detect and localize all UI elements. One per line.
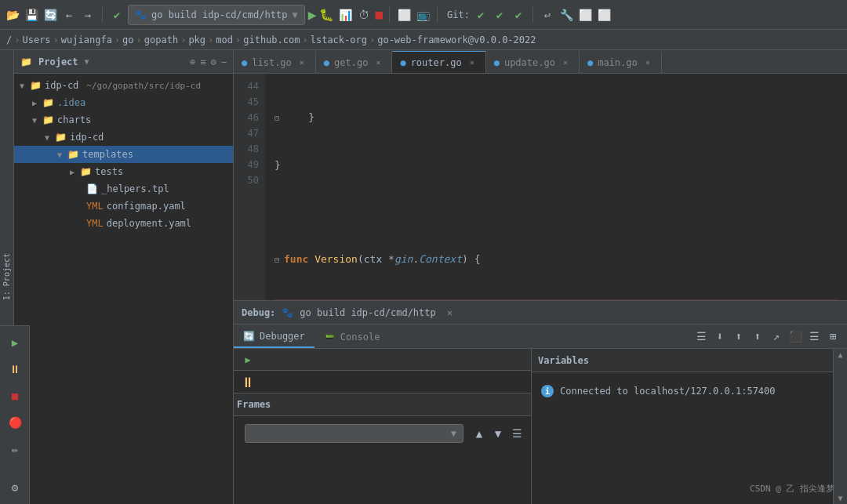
tab-list-label: list.go bbox=[252, 57, 292, 68]
tree-item-configmap[interactable]: YML configmap.yaml bbox=[14, 198, 233, 215]
tab-main[interactable]: ● main.go ✕ bbox=[580, 51, 662, 73]
collapse-icon[interactable]: ≡ bbox=[200, 56, 205, 67]
variables-label: Variables bbox=[538, 355, 589, 366]
bc-go[interactable]: go bbox=[122, 34, 133, 45]
minimize-icon[interactable]: − bbox=[221, 56, 227, 67]
debug-tool-step-into-icon[interactable]: ⬆ bbox=[731, 328, 747, 344]
frame-list-icon[interactable]: ☰ bbox=[509, 426, 525, 441]
debug-button[interactable]: 🐛 bbox=[319, 8, 334, 22]
undo-icon[interactable]: ✔ bbox=[109, 7, 125, 23]
debug-tab-debugger[interactable]: 🔄 Debugger bbox=[234, 326, 314, 348]
debug-tabs: 🔄 Debugger 📟 Console bbox=[234, 325, 687, 348]
tab-update-close[interactable]: ✕ bbox=[560, 57, 571, 68]
locate-icon[interactable]: ⊕ bbox=[190, 56, 195, 67]
tree-item-tests[interactable]: ▶ 📁 tests bbox=[14, 163, 233, 180]
code-line-44: ⊟ } bbox=[274, 110, 838, 126]
debug-tool-mute-icon[interactable]: ☰ bbox=[806, 328, 822, 344]
tree-item-idea[interactable]: ▶ 📁 .idea bbox=[14, 94, 233, 111]
run-config-dropdown[interactable]: 🐾 go build idp-cd/cmd/http ▼ bbox=[128, 5, 305, 25]
project-tree: ▼ 📁 idp-cd ~/go/gopath/src/idp-cd ▶ 📁 .i… bbox=[14, 74, 233, 504]
debug-tab-console[interactable]: 📟 Console bbox=[314, 326, 390, 348]
bc-github[interactable]: github.com bbox=[243, 34, 300, 45]
tree-item-idpcd[interactable]: ▼ 📁 idp-cd bbox=[14, 129, 233, 146]
code-line-47: ⊟func Version(ctx *gin.Context) { bbox=[274, 252, 838, 268]
scroll-down-icon[interactable]: ▼ bbox=[838, 494, 842, 502]
debug-tool-stop-icon[interactable]: ⬛ bbox=[787, 328, 803, 344]
project-folder-icon: 📁 bbox=[20, 56, 32, 67]
open-file-icon[interactable]: 📂 bbox=[5, 7, 20, 23]
bc-users[interactable]: Users bbox=[22, 34, 50, 45]
project-panel-header: 📁 Project ▼ ⊕ ≡ ⚙ − bbox=[14, 50, 233, 74]
bc-framework[interactable]: go-web-framework@v0.0.0-2022 bbox=[377, 34, 536, 45]
debug-tool-run-cursor-icon[interactable]: ↗ bbox=[769, 328, 784, 344]
connected-text: Connected to localhost/127.0.0.1:57400 bbox=[560, 386, 776, 397]
project-title: Project bbox=[38, 56, 78, 67]
refresh-icon[interactable]: 🔄 bbox=[42, 7, 58, 23]
tab-get[interactable]: ● get.go ✕ bbox=[316, 51, 393, 73]
folder-icon: 📁 bbox=[30, 80, 42, 91]
tree-item-helpers[interactable]: 📄 _helpers.tpl bbox=[14, 180, 233, 198]
ln-47: 47 bbox=[240, 125, 259, 141]
tree-item-templates[interactable]: ▼ 📁 templates bbox=[14, 146, 233, 163]
git-merge-icon[interactable]: ✔ bbox=[492, 7, 507, 23]
console-label: Console bbox=[340, 332, 380, 343]
settings-icon[interactable]: 🔧 bbox=[558, 7, 574, 23]
line-numbers: 44 45 46 47 48 49 50 bbox=[234, 74, 265, 300]
git-label: Git: bbox=[447, 9, 470, 20]
layout-icon[interactable]: ⬜ bbox=[577, 7, 593, 23]
bc-wujiangfa[interactable]: wujiangfa bbox=[61, 34, 112, 45]
info-icon: i bbox=[541, 385, 554, 397]
run-button[interactable]: ▶ bbox=[308, 6, 317, 23]
frame-down-icon[interactable]: ▼ bbox=[490, 426, 506, 441]
debug-pause-icon[interactable]: ⏸ bbox=[240, 374, 256, 390]
tab-router-label: router.go bbox=[411, 57, 462, 68]
settings2-icon[interactable]: ⚙ bbox=[211, 56, 216, 67]
profile-icon[interactable]: ⏱ bbox=[356, 7, 372, 23]
tree-root[interactable]: ▼ 📁 idp-cd ~/go/gopath/src/idp-cd bbox=[14, 77, 233, 94]
tab-main-icon: ● bbox=[587, 57, 593, 68]
tab-list[interactable]: ● list.go ✕ bbox=[234, 51, 316, 73]
git-check-icon[interactable]: ✔ bbox=[473, 7, 489, 23]
tool2-icon[interactable]: 📺 bbox=[415, 7, 431, 23]
bc-mod[interactable]: mod bbox=[216, 34, 233, 45]
tab-get-close[interactable]: ✕ bbox=[373, 57, 384, 68]
code-editor[interactable]: 44 45 46 47 48 49 50 ⊟ } } ⊟func Version… bbox=[234, 74, 847, 300]
coverage-icon[interactable]: 📊 bbox=[337, 7, 353, 23]
debug-tool-step-out-icon[interactable]: ⬆ bbox=[750, 328, 765, 344]
tab-list-close[interactable]: ✕ bbox=[296, 57, 307, 68]
undo2-icon[interactable]: ↩ bbox=[540, 7, 555, 23]
debug-tool-frames-icon[interactable]: ☰ bbox=[693, 328, 709, 344]
debug-tool-settings-icon[interactable]: ⊞ bbox=[825, 328, 841, 344]
debug-label: Debug: bbox=[242, 307, 275, 318]
tab-main-close[interactable]: ✕ bbox=[642, 57, 653, 68]
toolbar-sep-2 bbox=[389, 7, 390, 23]
save-icon[interactable]: 💾 bbox=[24, 7, 39, 23]
tree-item-deployment[interactable]: YML deployment.yaml bbox=[14, 215, 233, 232]
tab-update-icon: ● bbox=[494, 57, 500, 68]
bc-gopath[interactable]: gopath bbox=[144, 34, 178, 45]
git-update-icon[interactable]: ✔ bbox=[511, 7, 526, 23]
debug-header-bar: Debug: 🐾 go build idp-cd/cmd/http ✕ bbox=[234, 301, 847, 325]
forward-icon[interactable]: → bbox=[80, 7, 96, 23]
frames-dropdown[interactable]: ▼ bbox=[245, 424, 463, 443]
tree-item-charts[interactable]: ▼ 📁 charts bbox=[14, 111, 233, 129]
debug-resume-icon[interactable]: ▶ bbox=[240, 352, 256, 368]
bc-slash: / bbox=[6, 34, 12, 45]
debugger-label: Debugger bbox=[260, 331, 305, 342]
debug-variables-panel: Variables i Connected to localhost/127.0… bbox=[532, 349, 833, 504]
debug-tool-step-over-icon[interactable]: ⬇ bbox=[712, 328, 728, 344]
tab-router-close[interactable]: ✕ bbox=[467, 57, 478, 68]
frame-up-icon[interactable]: ▲ bbox=[471, 426, 487, 441]
back-icon[interactable]: ← bbox=[61, 7, 77, 23]
stop-button[interactable]: ■ bbox=[375, 7, 383, 22]
code-line-45: } bbox=[274, 158, 838, 173]
tab-router[interactable]: ● router.go ✕ bbox=[392, 51, 485, 73]
window-icon[interactable]: ⬜ bbox=[596, 7, 612, 23]
bc-pkg[interactable]: pkg bbox=[188, 34, 205, 45]
bc-lstack[interactable]: lstack-org bbox=[311, 34, 367, 45]
templates-folder-icon: 📁 bbox=[67, 149, 79, 160]
debug-close-icon[interactable]: ✕ bbox=[447, 307, 453, 318]
tab-update[interactable]: ● update.go ✕ bbox=[486, 51, 580, 73]
tool1-icon[interactable]: ⬜ bbox=[396, 7, 412, 23]
scroll-up-icon[interactable]: ▲ bbox=[838, 350, 842, 359]
